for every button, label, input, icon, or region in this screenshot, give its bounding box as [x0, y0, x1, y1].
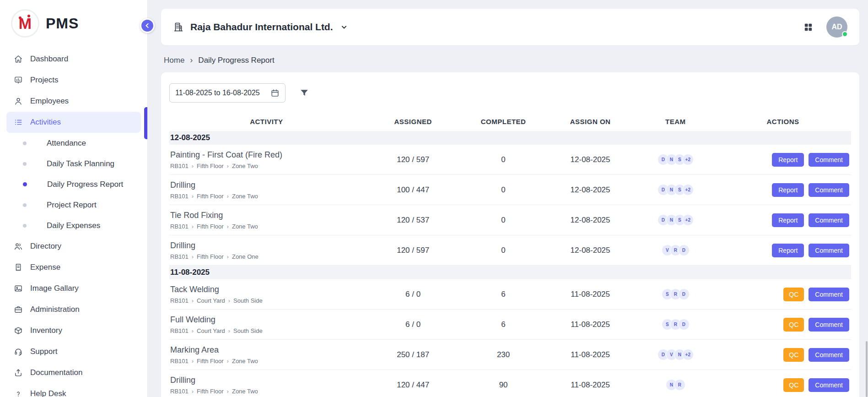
- team-more-badge[interactable]: +2: [682, 214, 694, 226]
- report-button[interactable]: Report: [772, 244, 804, 257]
- activity-row: Tie Rod FixingRB101›Fifth Floor›Zone Two…: [169, 205, 851, 235]
- activity-name: Painting - First Coat (Fire Red): [170, 150, 364, 160]
- comment-button[interactable]: Comment: [809, 244, 849, 257]
- comment-button[interactable]: Comment: [809, 318, 849, 332]
- activity-row: Full WeldingRB101›Court Yard›South Side6…: [169, 310, 851, 340]
- bullet-dot-icon: [23, 182, 27, 186]
- location-segment: RB101: [170, 388, 189, 395]
- sidebar-item-documentation[interactable]: Documentation: [6, 362, 141, 383]
- qc-button[interactable]: QC: [783, 378, 804, 392]
- row-actions: ReportComment: [715, 183, 851, 197]
- qc-button[interactable]: QC: [783, 318, 804, 332]
- sidebar-subitem-project-report[interactable]: Project Report: [0, 195, 147, 215]
- activity-location-path: RB101›Court Yard›South Side: [170, 297, 364, 304]
- location-segment: Zone Two: [232, 193, 258, 200]
- date-range-input[interactable]: 11-08-2025 to 16-08-2025: [169, 83, 286, 103]
- location-segment: RB101: [170, 163, 189, 169]
- sidebar-item-employees[interactable]: Employees: [6, 91, 141, 112]
- team-member-avatar[interactable]: D: [678, 288, 690, 300]
- location-segment: RB101: [170, 297, 189, 304]
- qc-button[interactable]: QC: [783, 288, 804, 301]
- location-segment: Zone Two: [232, 388, 258, 395]
- column-header-completed: COMPLETED: [463, 118, 545, 125]
- sidebar-item-projects[interactable]: Projects: [6, 70, 141, 91]
- building-icon: [173, 22, 184, 33]
- calendar-icon: [270, 88, 280, 98]
- sidebar-item-inventory[interactable]: Inventory: [6, 320, 141, 341]
- sidebar-item-directory[interactable]: Directory: [6, 236, 141, 257]
- report-button[interactable]: Report: [772, 213, 804, 227]
- assign-on-date: 12-08-2025: [544, 216, 636, 225]
- team-more-badge[interactable]: +2: [682, 154, 694, 165]
- sidebar-item-dashboard[interactable]: Dashboard: [6, 49, 141, 70]
- location-segment: RB101: [170, 193, 189, 200]
- team-more-badge[interactable]: +2: [682, 184, 694, 196]
- users-icon: [14, 242, 23, 251]
- comment-button[interactable]: Comment: [809, 183, 849, 197]
- sidebar-item-administration[interactable]: Administration: [6, 299, 141, 320]
- user-avatar[interactable]: AD: [826, 16, 847, 38]
- assign-on-date: 12-08-2025: [544, 246, 636, 255]
- team-avatars: DNS+2: [636, 184, 715, 196]
- breadcrumb-home[interactable]: Home: [164, 56, 184, 65]
- assign-on-date: 11-08-2025: [544, 320, 636, 329]
- assigned-value: 250 / 187: [364, 350, 463, 359]
- location-segment: Zone One: [232, 253, 259, 260]
- page-scrollbar[interactable]: [866, 341, 868, 397]
- activity-cell: DrillingRB101›Fifth Floor›Zone Two: [169, 375, 364, 395]
- activity-cell: Marking AreaRB101›Fifth Floor›Zone Two: [169, 345, 364, 364]
- table-body: 12-08-2025Painting - First Coat (Fire Re…: [169, 131, 851, 397]
- receipt-icon: [14, 263, 23, 272]
- column-header-assigned: ASSIGNED: [364, 118, 463, 125]
- location-segment: Zone Two: [232, 358, 258, 364]
- team-member-avatar[interactable]: R: [674, 379, 685, 391]
- completed-value: 230: [463, 350, 545, 359]
- sidebar-item-support[interactable]: Support: [6, 341, 141, 362]
- sidebar-item-label: Administration: [30, 305, 80, 314]
- sidebar-collapse-button[interactable]: [140, 18, 155, 33]
- upload-icon: [14, 368, 23, 377]
- location-segment: South Side: [233, 297, 263, 304]
- activity-cell: Tie Rod FixingRB101›Fifth Floor›Zone Two: [169, 211, 364, 230]
- comment-button[interactable]: Comment: [809, 378, 849, 392]
- report-button[interactable]: Report: [772, 183, 804, 197]
- sidebar-subitem-daily-expenses[interactable]: Daily Expenses: [0, 215, 147, 236]
- company-selector[interactable]: Raja Bahadur International Ltd.: [173, 22, 349, 33]
- row-actions: ReportComment: [715, 153, 851, 167]
- chevron-right-icon: ›: [192, 388, 194, 395]
- sidebar-subitem-daily-task-planning[interactable]: Daily Task Planning: [0, 153, 147, 174]
- filter-funnel-icon[interactable]: [299, 88, 309, 98]
- sidebar-subitem-daily-progress-report[interactable]: Daily Progress Report: [0, 174, 147, 195]
- sidebar-item-expense[interactable]: Expense: [6, 257, 141, 278]
- assigned-value: 6 / 0: [364, 320, 463, 329]
- brand-name: PMS: [46, 15, 79, 32]
- sidebar-item-label: Projects: [30, 76, 58, 85]
- chevron-down-icon: [340, 22, 349, 32]
- sidebar-item-help-desk[interactable]: Help Desk: [6, 383, 141, 397]
- location-segment: RB101: [170, 327, 189, 334]
- assigned-value: 120 / 597: [364, 155, 463, 164]
- qc-button[interactable]: QC: [783, 348, 804, 362]
- sidebar-item-activities[interactable]: Activities: [6, 112, 141, 133]
- chevron-right-icon: ›: [192, 297, 194, 304]
- sidebar-subitem-label: Attendance: [47, 139, 86, 148]
- report-button[interactable]: Report: [772, 153, 804, 167]
- apps-grid-icon[interactable]: [803, 22, 814, 33]
- team-member-avatar[interactable]: D: [678, 245, 690, 256]
- comment-button[interactable]: Comment: [809, 348, 849, 362]
- location-segment: Fifth Floor: [197, 223, 224, 230]
- comment-button[interactable]: Comment: [809, 213, 849, 227]
- team-more-badge[interactable]: +2: [682, 349, 694, 360]
- sidebar-item-image-gallary[interactable]: Image Gallary: [6, 278, 141, 299]
- sidebar-subitem-attendance[interactable]: Attendance: [0, 133, 147, 153]
- team-member-avatar[interactable]: D: [678, 319, 690, 330]
- comment-button[interactable]: Comment: [809, 153, 849, 167]
- sidebar-item-label: Dashboard: [30, 54, 68, 64]
- chevron-right-icon: ›: [227, 163, 229, 169]
- board-icon: [14, 76, 23, 85]
- activity-location-path: RB101›Court Yard›South Side: [170, 327, 364, 334]
- column-header-actions: ACTIONS: [715, 118, 851, 125]
- location-segment: Zone Two: [232, 223, 258, 230]
- comment-button[interactable]: Comment: [809, 288, 849, 301]
- date-group-header: 12-08-2025: [169, 131, 851, 145]
